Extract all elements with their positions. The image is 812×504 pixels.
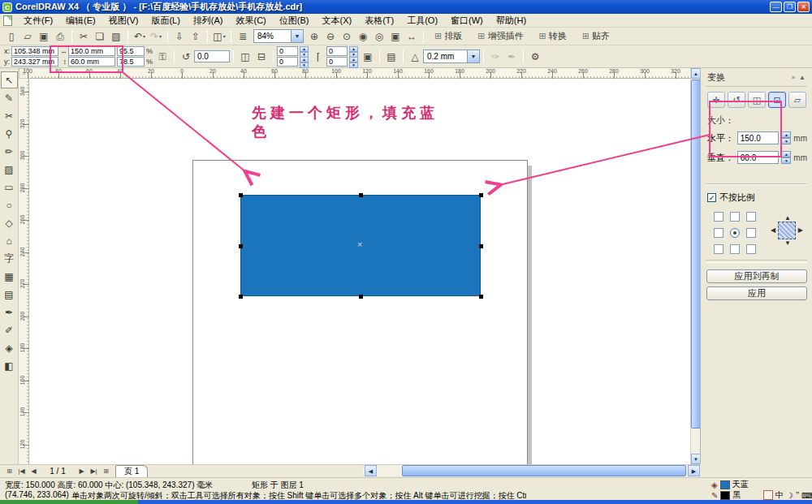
add-page-icon[interactable]: ⊞ bbox=[100, 466, 112, 477]
cut-icon[interactable]: ✂ bbox=[76, 28, 92, 44]
smart-fill-tool[interactable]: ▨ bbox=[1, 161, 18, 178]
zoom-out-icon[interactable]: ⊖ bbox=[322, 28, 339, 44]
transform-skew-icon[interactable]: ▱ bbox=[788, 92, 806, 108]
scroll-left-icon[interactable]: ◀ bbox=[365, 465, 377, 476]
selection-handle[interactable] bbox=[239, 244, 243, 248]
zoom-width-icon[interactable]: ↔ bbox=[404, 28, 420, 44]
menu-item-文件[interactable]: 文件(F) bbox=[17, 14, 59, 28]
docker-pin-icon[interactable]: ▲ bbox=[799, 74, 806, 81]
basic-shapes-tool[interactable]: ⌂ bbox=[1, 232, 18, 249]
corner-radius-tl-input[interactable]: 0 bbox=[277, 46, 298, 56]
shape-tool[interactable]: ✎ bbox=[1, 89, 18, 106]
anchor-checkbox[interactable] bbox=[746, 212, 756, 222]
zoom-level-combo[interactable]: 84% ▼ bbox=[253, 29, 304, 43]
ime-indicator-icon[interactable] bbox=[763, 490, 773, 500]
spinner[interactable]: ▲▼ bbox=[300, 46, 309, 56]
corner-lock-icon[interactable]: ▣ bbox=[360, 49, 376, 65]
transform-position-icon[interactable]: ✛ bbox=[707, 92, 725, 108]
table-tool[interactable]: ▦ bbox=[1, 268, 18, 285]
convert-to-curves-icon[interactable]: ⚙ bbox=[527, 49, 543, 65]
selection-handle[interactable] bbox=[479, 193, 483, 197]
copy-icon[interactable]: ❏ bbox=[92, 28, 108, 44]
apply-to-duplicate-button[interactable]: 应用到再制 bbox=[706, 269, 807, 283]
minimize-button[interactable]: — bbox=[770, 2, 782, 12]
spinner[interactable]: ▲▼ bbox=[781, 131, 791, 144]
menu-item-编辑[interactable]: 编辑(E) bbox=[59, 14, 102, 28]
spinner[interactable]: ▲▼ bbox=[349, 46, 358, 56]
fill-tool[interactable]: ◈ bbox=[1, 339, 18, 356]
toolbar-button-转换[interactable]: ⊞转换 bbox=[536, 29, 571, 43]
nonproportional-checkbox[interactable]: ✓ bbox=[707, 193, 716, 202]
text-tool[interactable]: 字 bbox=[1, 250, 18, 267]
paste-icon[interactable]: ▨ bbox=[108, 28, 124, 44]
zoom-tool[interactable]: ⚲ bbox=[1, 125, 18, 142]
object-x-input[interactable]: 105.348 mm bbox=[11, 46, 58, 56]
horizontal-size-input[interactable]: 150.0 bbox=[737, 131, 780, 144]
corner-radius-br-input[interactable]: 0 bbox=[326, 57, 348, 67]
to-back-icon[interactable]: ✒ bbox=[503, 49, 520, 65]
toolbar-button-增强插件[interactable]: ⊞增强插件 bbox=[475, 29, 528, 43]
object-height-input[interactable]: 60.0 mm bbox=[68, 57, 115, 67]
object-y-input[interactable]: 243.327 mm bbox=[11, 57, 58, 67]
horizontal-ruler[interactable]: 1008060402002040608010012014016018020022… bbox=[29, 68, 690, 79]
transform-rotate-icon[interactable]: ↺ bbox=[728, 92, 745, 108]
outline-swatch[interactable] bbox=[720, 491, 730, 500]
menu-item-工具[interactable]: 工具(O) bbox=[400, 14, 444, 28]
zoom-page-icon[interactable]: ▣ bbox=[387, 28, 404, 44]
open-icon[interactable]: ▱ bbox=[19, 28, 36, 44]
anchor-checkbox[interactable] bbox=[746, 228, 756, 238]
menu-item-帮助[interactable]: 帮助(H) bbox=[490, 14, 533, 28]
welcome-screen-icon[interactable]: ≣ bbox=[235, 28, 251, 44]
scroll-right-icon[interactable]: ▶ bbox=[688, 465, 700, 476]
anchor-checkbox[interactable] bbox=[730, 244, 740, 254]
freehand-tool[interactable]: ✏ bbox=[1, 143, 18, 160]
selection-handle[interactable] bbox=[239, 193, 243, 197]
menu-item-效果[interactable]: 效果(C) bbox=[230, 14, 273, 28]
rotation-angle-input[interactable]: 0.0 bbox=[194, 50, 230, 62]
corner-radius-bl-input[interactable]: 0 bbox=[277, 57, 298, 67]
selection-handle[interactable] bbox=[359, 295, 363, 299]
vertical-scrollbar[interactable]: ▲ ▼ bbox=[690, 68, 700, 464]
ellipse-tool[interactable]: ○ bbox=[1, 196, 18, 213]
object-center-mark[interactable]: × bbox=[357, 239, 362, 249]
corner-radius-tr-input[interactable]: 0 bbox=[326, 46, 348, 56]
next-page-icon[interactable]: ▶ bbox=[76, 466, 88, 477]
zoom-in-icon[interactable]: ⊕ bbox=[306, 28, 322, 44]
zoom-actual-icon[interactable]: ⊙ bbox=[339, 28, 355, 44]
scale-h-input[interactable]: 95.5 bbox=[117, 46, 145, 56]
selection-handle[interactable] bbox=[479, 244, 483, 248]
maximize-button[interactable]: ❐ bbox=[784, 2, 796, 12]
anchor-center-radio[interactable] bbox=[730, 228, 740, 238]
print-icon[interactable]: ⎙ bbox=[52, 28, 68, 44]
pick-tool[interactable]: ↖ bbox=[1, 71, 18, 88]
ime-fullwidth-icon[interactable]: ☽ bbox=[786, 491, 793, 500]
spinner[interactable]: ▲▼ bbox=[349, 57, 358, 67]
apply-button[interactable]: 应用 bbox=[706, 286, 807, 300]
anchor-checkbox[interactable] bbox=[714, 228, 723, 238]
app-launcher-icon[interactable]: ◫ bbox=[211, 28, 227, 44]
save-icon[interactable]: ▣ bbox=[36, 28, 52, 44]
mirror-horizontal-icon[interactable]: ◫ bbox=[237, 49, 253, 65]
export-icon[interactable]: ⇧ bbox=[188, 28, 204, 44]
page-tab[interactable]: 页 1 bbox=[115, 465, 148, 477]
first-page-icon[interactable]: |◀ bbox=[15, 466, 28, 477]
chevron-down-icon[interactable]: ▼ bbox=[291, 30, 303, 42]
polygon-tool[interactable]: ◇ bbox=[1, 214, 18, 231]
zoom-all-icon[interactable]: ◎ bbox=[371, 28, 387, 44]
last-page-icon[interactable]: ▶| bbox=[88, 466, 100, 477]
horizontal-scrollbar[interactable]: ◀ ▶ bbox=[363, 465, 700, 476]
transform-size-icon[interactable]: ⊡ bbox=[768, 92, 786, 108]
add-page-icon[interactable]: ⊞ bbox=[3, 466, 15, 477]
vertical-size-input[interactable]: 60.0 bbox=[737, 151, 780, 164]
rectangle-tool[interactable]: ▭ bbox=[1, 179, 18, 196]
menu-item-表格[interactable]: 表格(T) bbox=[358, 14, 400, 28]
docker-collapse-icon[interactable]: » bbox=[792, 74, 795, 81]
redo-icon[interactable]: ↷ bbox=[148, 28, 164, 44]
menu-item-位图[interactable]: 位图(B) bbox=[273, 14, 316, 28]
interactive-blend-tool[interactable]: ▤ bbox=[1, 286, 18, 303]
mirror-vertical-icon[interactable]: ⊟ bbox=[253, 49, 270, 65]
close-button[interactable]: ✕ bbox=[797, 2, 810, 12]
scale-v-input[interactable]: 78.5 bbox=[117, 57, 145, 67]
selection-handle[interactable] bbox=[239, 295, 243, 299]
object-width-input[interactable]: 150.0 mm bbox=[68, 46, 115, 56]
